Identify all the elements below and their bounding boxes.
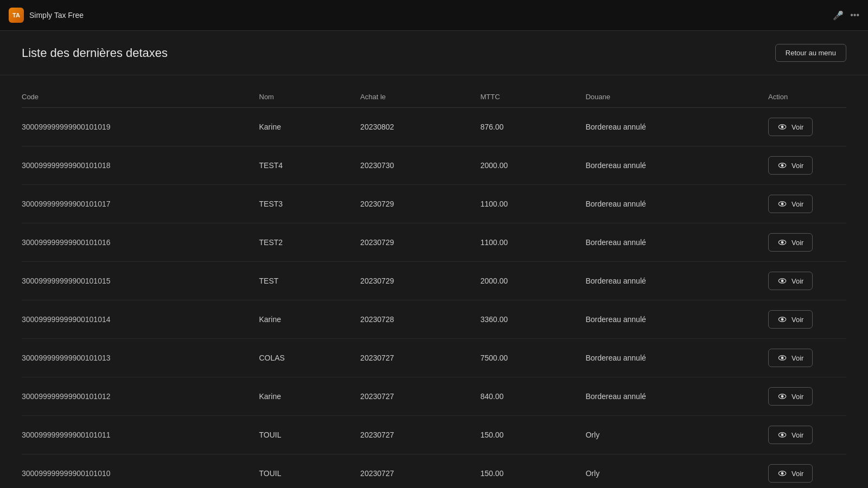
cell-action: Voir [760, 185, 846, 223]
cell-nom: TOUIL [251, 454, 352, 487]
more-options-icon[interactable]: ••• [850, 10, 859, 20]
svg-point-15 [781, 395, 783, 397]
eye-icon [777, 430, 787, 440]
cell-code: 300099999999900101012 [22, 377, 251, 416]
cell-douane: Orly [577, 416, 760, 454]
table-row: 300099999999900101011TOUIL20230727150.00… [22, 416, 846, 454]
svg-point-9 [781, 280, 783, 282]
cell-code: 300099999999900101019 [22, 108, 251, 146]
title-bar-left: TA Simply Tax Free [9, 8, 84, 23]
detaxes-table: Code Nom Achat le MTTC Douane Action 300… [22, 86, 846, 486]
svg-point-3 [781, 164, 783, 166]
cell-douane: Bordereau annulé [577, 339, 760, 377]
cell-mttc: 1100.00 [472, 223, 577, 262]
col-header-nom: Nom [251, 86, 352, 108]
cell-nom: TOUIL [251, 416, 352, 454]
cell-mttc: 876.00 [472, 108, 577, 146]
table-row: 300099999999900101016TEST2202307291100.0… [22, 223, 846, 262]
table-row: 300099999999900101012Karine20230727840.0… [22, 377, 846, 416]
cell-code: 300099999999900101017 [22, 185, 251, 223]
cell-code: 300099999999900101018 [22, 146, 251, 185]
cell-action: Voir [760, 454, 846, 487]
cell-action: Voir [760, 262, 846, 300]
voir-button[interactable]: Voir [768, 272, 813, 290]
voir-button[interactable]: Voir [768, 349, 813, 367]
voir-button[interactable]: Voir [768, 233, 813, 252]
voir-label: Voir [792, 123, 803, 131]
cell-code: 300099999999900101014 [22, 300, 251, 339]
voir-label: Voir [792, 470, 803, 478]
cell-achat-le: 20230729 [352, 185, 471, 223]
cell-achat-le: 20230728 [352, 300, 471, 339]
cell-nom: TEST [251, 262, 352, 300]
voir-button[interactable]: Voir [768, 195, 813, 213]
eye-icon [777, 160, 787, 170]
table-row: 300099999999900101019Karine20230802876.0… [22, 108, 846, 146]
voir-label: Voir [792, 239, 803, 247]
col-header-achat-le: Achat le [352, 86, 471, 108]
title-bar: TA Simply Tax Free 🎤 ••• [0, 0, 868, 31]
cell-nom: COLAS [251, 339, 352, 377]
cell-achat-le: 20230727 [352, 339, 471, 377]
cell-douane: Bordereau annulé [577, 377, 760, 416]
svg-point-13 [781, 357, 783, 359]
eye-icon [777, 122, 787, 132]
voir-button[interactable]: Voir [768, 310, 813, 329]
cell-achat-le: 20230729 [352, 262, 471, 300]
cell-mttc: 2000.00 [472, 262, 577, 300]
cell-code: 300099999999900101016 [22, 223, 251, 262]
cell-action: Voir [760, 416, 846, 454]
voir-button[interactable]: Voir [768, 426, 813, 444]
voir-label: Voir [792, 200, 803, 208]
eye-icon [777, 468, 787, 478]
col-header-mttc: MTTC [472, 86, 577, 108]
cell-achat-le: 20230727 [352, 454, 471, 487]
eye-icon [777, 237, 787, 247]
cell-nom: TEST4 [251, 146, 352, 185]
cell-code: 300099999999900101013 [22, 339, 251, 377]
voir-label: Voir [792, 316, 803, 324]
cell-action: Voir [760, 300, 846, 339]
voir-label: Voir [792, 431, 803, 439]
svg-point-7 [781, 241, 783, 243]
title-bar-right: 🎤 ••• [833, 10, 859, 21]
cell-douane: Bordereau annulé [577, 146, 760, 185]
cell-achat-le: 20230802 [352, 108, 471, 146]
microphone-icon[interactable]: 🎤 [833, 10, 844, 21]
voir-button[interactable]: Voir [768, 464, 813, 483]
eye-icon [777, 391, 787, 401]
voir-label: Voir [792, 393, 803, 401]
cell-douane: Bordereau annulé [577, 262, 760, 300]
cell-achat-le: 20230727 [352, 416, 471, 454]
table-row: 300099999999900101018TEST4202307302000.0… [22, 146, 846, 185]
voir-button[interactable]: Voir [768, 387, 813, 406]
back-to-menu-button[interactable]: Retour au menu [775, 44, 846, 62]
voir-button[interactable]: Voir [768, 118, 813, 136]
voir-button[interactable]: Voir [768, 156, 813, 175]
app-logo: TA [9, 8, 24, 23]
svg-point-19 [781, 472, 783, 474]
cell-achat-le: 20230730 [352, 146, 471, 185]
cell-mttc: 150.00 [472, 416, 577, 454]
cell-douane: Orly [577, 454, 760, 487]
table-row: 300099999999900101015TEST202307292000.00… [22, 262, 846, 300]
col-header-code: Code [22, 86, 251, 108]
svg-point-11 [781, 318, 783, 320]
table-container: Code Nom Achat le MTTC Douane Action 300… [0, 75, 868, 486]
table-row: 300099999999900101013COLAS202307277500.0… [22, 339, 846, 377]
svg-point-1 [781, 126, 783, 128]
col-header-action: Action [760, 86, 846, 108]
cell-mttc: 150.00 [472, 454, 577, 487]
cell-douane: Bordereau annulé [577, 223, 760, 262]
cell-nom: Karine [251, 300, 352, 339]
table-row: 300099999999900101017TEST3202307291100.0… [22, 185, 846, 223]
page-title: Liste des dernières detaxes [22, 46, 168, 60]
eye-icon [777, 353, 787, 363]
cell-nom: TEST2 [251, 223, 352, 262]
cell-mttc: 3360.00 [472, 300, 577, 339]
cell-action: Voir [760, 146, 846, 185]
cell-mttc: 840.00 [472, 377, 577, 416]
cell-nom: TEST3 [251, 185, 352, 223]
table-row: 300099999999900101010TOUIL20230727150.00… [22, 454, 846, 487]
eye-icon [777, 276, 787, 286]
